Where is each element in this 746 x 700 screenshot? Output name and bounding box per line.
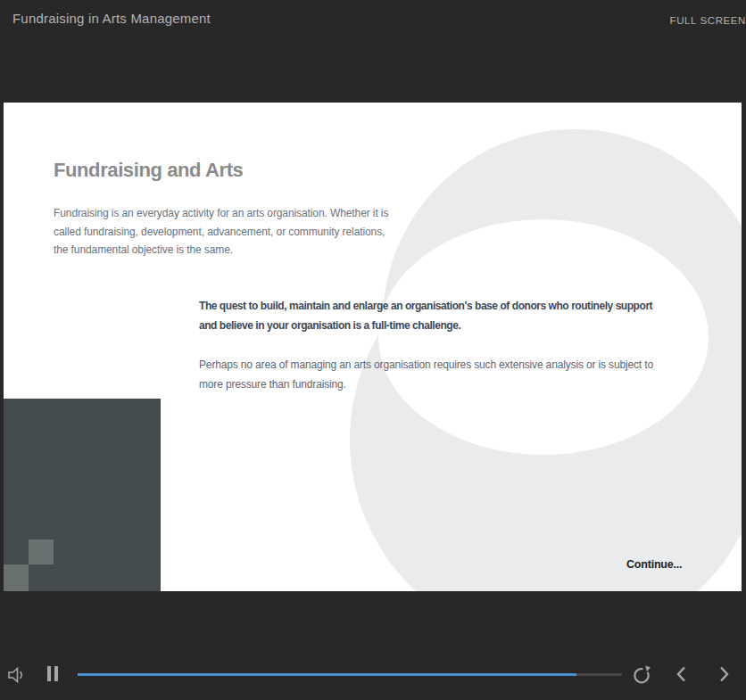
progress-fill xyxy=(78,673,576,676)
emphasis-paragraph: The quest to build, maintain and enlarge… xyxy=(199,297,652,335)
continue-button[interactable]: Continue... xyxy=(626,558,682,571)
seekbar[interactable] xyxy=(78,673,622,676)
text-line: Perhaps no area of managing an arts orga… xyxy=(199,356,653,375)
chevron-right-icon xyxy=(717,665,732,683)
player-controls xyxy=(0,591,746,700)
speaker-icon xyxy=(7,665,27,685)
decor-square xyxy=(29,539,54,564)
text-line: called fundraising, development, advance… xyxy=(54,223,388,242)
text-line: the fundamental objective is the same. xyxy=(54,241,388,259)
intro-paragraph: Fundraising is an everyday activity for … xyxy=(54,204,388,259)
slide-title: Fundraising and Arts xyxy=(54,159,243,182)
next-button[interactable] xyxy=(717,665,732,683)
decor-hole xyxy=(378,219,709,455)
replay-button[interactable] xyxy=(631,663,652,685)
pause-icon xyxy=(54,666,58,681)
text-line: more pressure than fundraising. xyxy=(199,375,653,395)
decor-square xyxy=(4,564,29,591)
chevron-left-icon xyxy=(674,665,689,683)
player-top-bar: Fundraising in Arts Management FULL SCRE… xyxy=(0,0,746,41)
pause-button[interactable] xyxy=(47,666,60,682)
text-line: and believe in your organisation is a fu… xyxy=(199,317,652,336)
volume-button[interactable] xyxy=(7,665,27,685)
pause-icon xyxy=(47,666,51,681)
previous-button[interactable] xyxy=(674,665,689,683)
replay-icon xyxy=(631,663,652,685)
fullscreen-button[interactable]: FULL SCREEN xyxy=(670,15,746,26)
slide: Fundraising and Arts Fundraising is an e… xyxy=(4,103,742,591)
course-title: Fundraising in Arts Management xyxy=(12,11,211,26)
decor-dark-panel xyxy=(4,399,161,591)
player-page: { "header": { "title": "Fundraising in A… xyxy=(0,0,746,700)
text-line: Fundraising is an everyday activity for … xyxy=(54,204,388,223)
text-line: The quest to build, maintain and enlarge… xyxy=(199,297,652,317)
body-paragraph: Perhaps no area of managing an arts orga… xyxy=(199,356,653,394)
